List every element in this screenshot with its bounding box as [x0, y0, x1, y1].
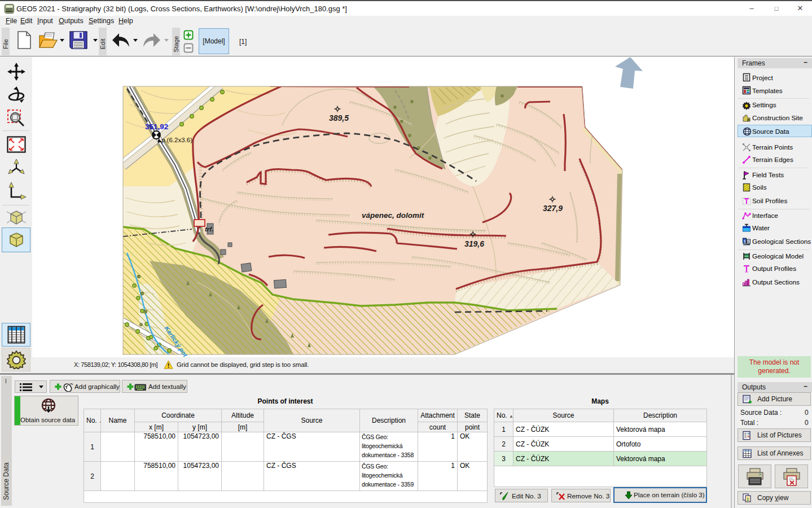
- svg-text:1: 1: [747, 497, 749, 502]
- svg-text:327,9: 327,9: [543, 204, 563, 213]
- svg-text:E: E: [748, 240, 750, 244]
- svg-text:319,6: 319,6: [464, 239, 484, 248]
- svg-text:351,92: 351,92: [145, 122, 168, 131]
- svg-text:p.(6.2x3.6): p.(6.2x3.6): [161, 137, 192, 143]
- svg-text:389,5: 389,5: [329, 113, 349, 122]
- svg-text:E: E: [744, 239, 747, 243]
- svg-text:trf.: trf.: [205, 226, 213, 233]
- svg-text:vápenec, dolomit: vápenec, dolomit: [362, 211, 424, 220]
